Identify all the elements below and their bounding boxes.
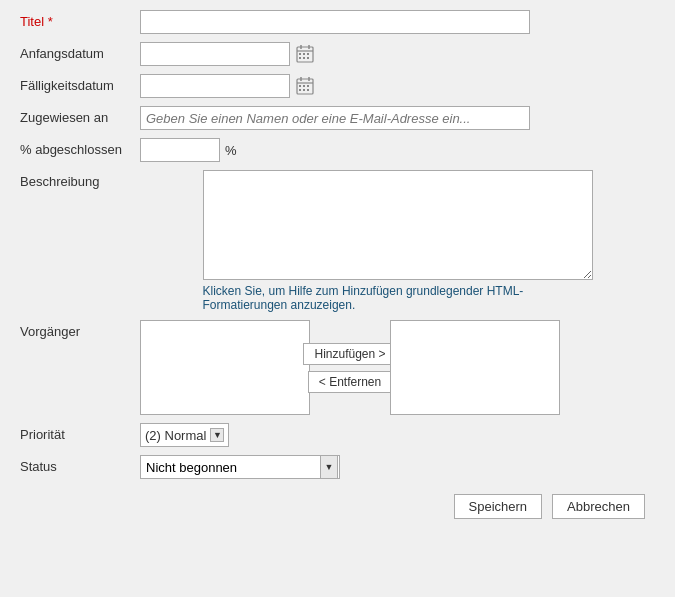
percent-control: % xyxy=(140,138,655,162)
start-date-row: Anfangsdatum 14.06.2019 xyxy=(20,42,655,66)
due-date-label: Fälligkeitsdatum xyxy=(20,74,140,93)
predecessor-source-list[interactable] xyxy=(140,320,310,415)
form-container: Titel * Anfangsdatum 14.06.2019 xyxy=(0,0,675,539)
svg-rect-19 xyxy=(307,89,309,91)
percent-row: % abgeschlossen % xyxy=(20,138,655,162)
form-buttons: Speichern Abbrechen xyxy=(20,494,655,519)
add-predecessor-button[interactable]: Hinzufügen > xyxy=(303,343,396,365)
svg-rect-17 xyxy=(299,89,301,91)
svg-rect-7 xyxy=(299,57,301,59)
start-date-calendar-icon[interactable] xyxy=(295,44,315,64)
start-date-control: 14.06.2019 xyxy=(140,42,655,66)
percent-symbol: % xyxy=(225,143,237,158)
priority-dropdown-arrow[interactable]: ▼ xyxy=(210,428,224,442)
assigned-row: Zugewiesen an xyxy=(20,106,655,130)
save-button[interactable]: Speichern xyxy=(454,494,543,519)
start-date-label: Anfangsdatum xyxy=(20,42,140,61)
title-label: Titel * xyxy=(20,10,140,29)
svg-rect-8 xyxy=(303,57,305,59)
status-row: Status Nicht begonnenIn BearbeitungAbges… xyxy=(20,455,655,479)
due-date-control xyxy=(140,74,655,98)
due-date-calendar-icon[interactable] xyxy=(295,76,315,96)
svg-rect-14 xyxy=(299,85,301,87)
svg-rect-5 xyxy=(303,53,305,55)
priority-select-wrapper[interactable]: (2) Normal ▼ xyxy=(140,423,229,447)
predecessor-row: Vorgänger Hinzufügen > < Entfernen xyxy=(20,320,655,415)
status-select[interactable]: Nicht begonnenIn BearbeitungAbgeschlosse… xyxy=(140,455,340,479)
title-row: Titel * xyxy=(20,10,655,34)
svg-rect-4 xyxy=(299,53,301,55)
percent-input[interactable] xyxy=(140,138,220,162)
predecessor-target-list[interactable] xyxy=(390,320,560,415)
predecessor-control: Hinzufügen > < Entfernen xyxy=(140,320,655,415)
description-row: Beschreibung Klicken Sie, um Hilfe zum H… xyxy=(20,170,655,312)
priority-value: (2) Normal xyxy=(145,428,206,443)
start-date-input[interactable]: 14.06.2019 xyxy=(140,42,290,66)
cancel-button[interactable]: Abbrechen xyxy=(552,494,645,519)
status-label: Status xyxy=(20,455,140,474)
title-control xyxy=(140,10,655,34)
remove-predecessor-button[interactable]: < Entfernen xyxy=(308,371,392,393)
due-date-input[interactable] xyxy=(140,74,290,98)
status-select-wrapper: Nicht begonnenIn BearbeitungAbgeschlosse… xyxy=(140,455,340,479)
description-textarea[interactable] xyxy=(203,170,593,280)
predecessor-label: Vorgänger xyxy=(20,320,140,339)
assigned-input[interactable] xyxy=(140,106,530,130)
percent-label: % abgeschlossen xyxy=(20,138,140,157)
priority-row: Priorität (2) Normal ▼ xyxy=(20,423,655,447)
title-input[interactable] xyxy=(140,10,530,34)
svg-rect-15 xyxy=(303,85,305,87)
description-control: Klicken Sie, um Hilfe zum Hinzufügen gru… xyxy=(140,170,655,312)
svg-rect-6 xyxy=(307,53,309,55)
predecessor-buttons: Hinzufügen > < Entfernen xyxy=(310,343,390,393)
priority-control: (2) Normal ▼ xyxy=(140,423,655,447)
description-label: Beschreibung xyxy=(20,170,140,189)
assigned-control xyxy=(140,106,655,130)
due-date-row: Fälligkeitsdatum xyxy=(20,74,655,98)
description-html-help-link[interactable]: Klicken Sie, um Hilfe zum Hinzufügen gru… xyxy=(203,284,593,312)
svg-rect-16 xyxy=(307,85,309,87)
svg-rect-18 xyxy=(303,89,305,91)
svg-rect-9 xyxy=(307,57,309,59)
assigned-label: Zugewiesen an xyxy=(20,106,140,125)
status-control: Nicht begonnenIn BearbeitungAbgeschlosse… xyxy=(140,455,655,479)
predecessor-section: Hinzufügen > < Entfernen xyxy=(140,320,655,415)
priority-label: Priorität xyxy=(20,423,140,442)
